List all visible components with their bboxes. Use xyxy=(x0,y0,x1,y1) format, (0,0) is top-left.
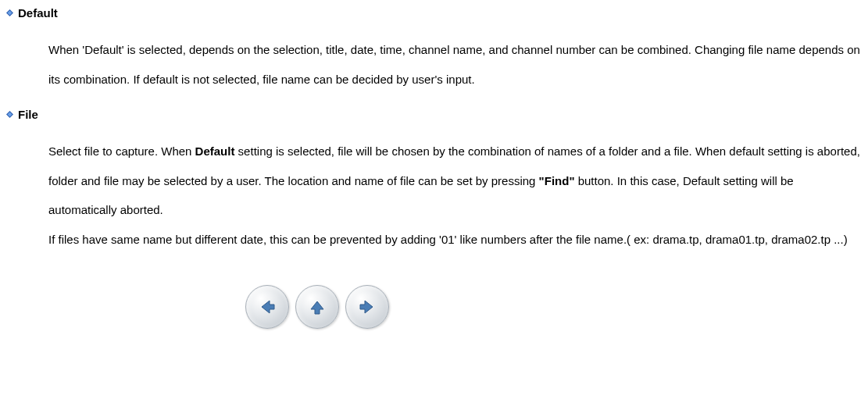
nav-buttons xyxy=(0,285,862,329)
section-body-default: When 'Default' is selected, depends on t… xyxy=(48,35,862,94)
up-button[interactable] xyxy=(295,285,339,329)
section-title-default: Default xyxy=(18,6,58,20)
arrow-right-icon xyxy=(355,295,379,319)
section-header-default: Default xyxy=(6,6,862,20)
file-text-pre: Select file to capture. When xyxy=(48,144,195,158)
arrow-up-icon xyxy=(305,295,329,319)
diamond-bullet-icon xyxy=(6,9,13,16)
file-text-bold-find: "Find" xyxy=(539,174,575,187)
back-button[interactable] xyxy=(245,285,289,329)
file-text-bold-default: Default xyxy=(195,144,235,158)
arrow-left-icon xyxy=(255,295,279,319)
section-title-file: File xyxy=(18,108,38,121)
diamond-bullet-icon xyxy=(6,111,13,118)
section-header-file: File xyxy=(6,108,862,121)
forward-button[interactable] xyxy=(345,285,389,329)
section-body-file: Select file to capture. When Default set… xyxy=(48,137,862,254)
file-text-line2: If files have same name but different da… xyxy=(48,233,848,246)
